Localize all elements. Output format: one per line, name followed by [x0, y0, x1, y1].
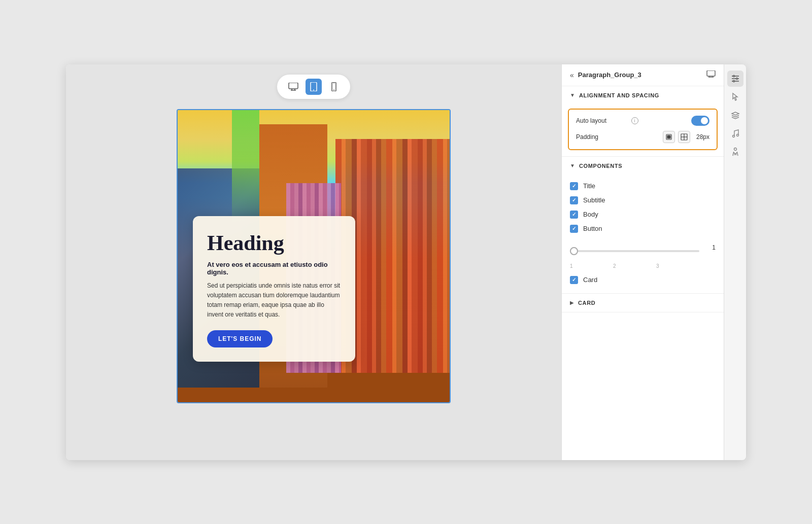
svg-rect-14: [667, 135, 670, 138]
subtitle-component-label: Subtitle: [583, 196, 605, 204]
alignment-content-box: Auto layout i Padding: [568, 109, 718, 150]
padding-row: Padding: [576, 131, 709, 143]
mobile-device-btn[interactable]: [326, 79, 342, 95]
subtitle-checkbox[interactable]: [570, 196, 578, 204]
components-section: ▼ COMPONENTS Title Subtitle: [562, 157, 724, 294]
alignment-section-header[interactable]: ▼ ALIGNMENT AND SPACING: [562, 86, 724, 104]
tick-1: 1: [570, 263, 573, 269]
slider-tick-labels: 1 2 3: [570, 262, 716, 270]
svg-point-25: [736, 134, 738, 136]
alignment-section-title: ALIGNMENT AND SPACING: [579, 92, 659, 98]
auto-layout-toggle[interactable]: [691, 116, 709, 126]
panel-monitor-icon[interactable]: [706, 71, 716, 80]
panel-back-icon[interactable]: «: [570, 71, 574, 79]
card-subtitle-text: At vero eos et accusam at etiusto odio d…: [207, 261, 341, 276]
sidebar-settings-icon[interactable]: [727, 71, 743, 87]
sidebar-music-icon[interactable]: [727, 125, 743, 142]
panel-content: ▼ ALIGNMENT AND SPACING Auto layout i Pa…: [562, 86, 724, 460]
card-body-text: Sed ut perspiciatis unde omnis iste natu…: [207, 281, 341, 320]
device-toolbar: [277, 75, 350, 99]
card-section-title: CARD: [578, 300, 595, 306]
panel-title: Paragraph_Group_3: [578, 71, 706, 79]
right-panel: « Paragraph_Group_3 ▼ ALIGNMENT AND SPAC…: [561, 64, 724, 460]
alignment-chevron-icon: ▼: [570, 92, 575, 98]
padding-individual-btn[interactable]: [678, 131, 690, 143]
card-component-label: Card: [583, 276, 597, 284]
svg-line-28: [736, 154, 736, 155]
component-subtitle-item: Subtitle: [570, 193, 716, 207]
svg-point-21: [733, 75, 734, 77]
component-slider[interactable]: [570, 250, 699, 252]
canvas-frame: Heading At vero eos et accusam at etiust…: [177, 109, 451, 403]
padding-icons: [663, 131, 690, 143]
tick-3: 3: [656, 263, 659, 269]
components-list-card: Card: [562, 273, 724, 293]
card-section: ▶ CARD: [562, 294, 724, 312]
components-section-header[interactable]: ▼ COMPONENTS: [562, 157, 724, 175]
card-chevron-icon: ▶: [570, 300, 574, 305]
body-component-label: Body: [583, 211, 598, 218]
svg-rect-9: [707, 71, 715, 76]
title-component-label: Title: [583, 182, 595, 190]
components-list: Title Subtitle Body Button: [562, 175, 724, 242]
svg-rect-0: [289, 83, 298, 89]
component-body-item: Body: [570, 207, 716, 222]
panel-header: « Paragraph_Group_3: [562, 64, 724, 86]
body-checkbox[interactable]: [570, 211, 578, 219]
title-checkbox[interactable]: [570, 182, 578, 190]
card-heading: Heading: [207, 231, 341, 255]
right-sidebar: [724, 64, 746, 460]
slider-value-display: 1: [712, 244, 716, 251]
auto-layout-row: Auto layout i: [576, 116, 709, 126]
sidebar-person-icon[interactable]: [727, 144, 743, 160]
auto-layout-info-icon[interactable]: i: [631, 117, 638, 124]
card-checkbox[interactable]: [570, 276, 578, 284]
svg-point-22: [736, 78, 737, 79]
component-card-item: Card: [570, 273, 716, 287]
svg-line-27: [734, 154, 735, 155]
svg-point-8: [333, 89, 334, 90]
svg-point-24: [732, 135, 734, 137]
tablet-device-btn[interactable]: [306, 79, 322, 95]
padding-label: Padding: [576, 133, 663, 141]
sidebar-layers-icon[interactable]: [727, 107, 743, 123]
tick-2: 2: [613, 263, 616, 269]
svg-point-26: [734, 148, 736, 150]
components-section-title: COMPONENTS: [579, 163, 622, 169]
padding-uniform-btn[interactable]: [663, 131, 675, 143]
svg-point-5: [313, 89, 314, 90]
padding-value: 28px: [694, 133, 709, 141]
card-section-header[interactable]: ▶ CARD: [562, 294, 724, 312]
slider-container: 1 1 2 3: [562, 242, 724, 273]
desktop-device-btn[interactable]: [285, 79, 301, 95]
button-checkbox[interactable]: [570, 225, 578, 233]
component-button-item: Button: [570, 222, 716, 236]
alignment-section: ▼ ALIGNMENT AND SPACING Auto layout i Pa…: [562, 86, 724, 157]
card-cta-button[interactable]: LET'S BEGIN: [207, 330, 273, 347]
content-card: Heading At vero eos et accusam at etiust…: [193, 216, 355, 362]
components-chevron-icon: ▼: [570, 163, 575, 168]
component-title-item: Title: [570, 179, 716, 193]
button-component-label: Button: [583, 225, 602, 232]
canvas-area: Heading At vero eos et accusam at etiust…: [66, 64, 561, 460]
sidebar-pointer-icon[interactable]: [727, 89, 743, 105]
svg-point-23: [733, 80, 734, 82]
auto-layout-label: Auto layout: [576, 117, 629, 124]
